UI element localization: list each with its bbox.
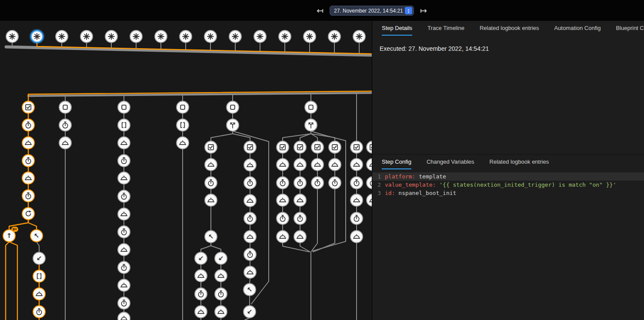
trace-node-service[interactable]	[276, 194, 289, 207]
trace-node-checkbox[interactable]	[276, 141, 289, 154]
trace-node-service[interactable]	[117, 172, 130, 185]
trace-node-service[interactable]	[214, 269, 227, 282]
tab-related-logbook-entries[interactable]: Related logbook entries	[480, 25, 539, 36]
trace-node-service[interactable]	[244, 266, 257, 279]
trace-node-arrow-down-left[interactable]: ↙	[194, 252, 207, 265]
trace-node-service[interactable]	[22, 172, 35, 185]
trace-node-timer[interactable]	[194, 287, 207, 300]
trace-node-timer[interactable]	[294, 176, 307, 189]
tab-trace-timeline[interactable]: Trace Timeline	[427, 25, 464, 36]
trace-node-timer[interactable]	[22, 119, 35, 132]
trace-node-arrow-down-left[interactable]: ↙	[243, 305, 256, 318]
trace-node-service[interactable]	[366, 158, 372, 171]
trigger-node[interactable]	[328, 30, 341, 43]
tab-config-related-logbook-entries[interactable]: Related logbook entries	[490, 158, 549, 169]
trace-node-service[interactable]	[311, 158, 324, 171]
trace-node-square[interactable]	[304, 101, 317, 114]
trace-node-service[interactable]	[117, 136, 130, 149]
trace-node-timer[interactable]	[22, 154, 35, 167]
trace-node-service[interactable]	[22, 136, 35, 149]
trace-node-service[interactable]	[117, 243, 130, 256]
trace-node-timer[interactable]	[204, 176, 217, 189]
trace-node-brackets[interactable]	[176, 119, 189, 132]
trace-node-split[interactable]	[226, 119, 239, 132]
trace-node-service[interactable]	[294, 230, 307, 243]
trace-node-timer[interactable]	[117, 154, 130, 167]
trace-node-brackets[interactable]	[117, 119, 130, 132]
trace-node-timer[interactable]	[244, 212, 257, 225]
trace-node-repeat[interactable]	[22, 207, 35, 220]
trace-node-checkbox[interactable]	[204, 141, 217, 154]
trace-node-timer[interactable]	[276, 176, 289, 189]
trace-node-service[interactable]	[194, 305, 207, 318]
trigger-node[interactable]	[154, 30, 167, 43]
trace-node-service[interactable]	[294, 194, 307, 207]
trigger-node[interactable]	[80, 30, 93, 43]
trace-node-service[interactable]	[276, 230, 289, 243]
trigger-node[interactable]	[303, 30, 316, 43]
tab-automation-config[interactable]: Automation Config	[554, 25, 601, 36]
trace-node-service[interactable]	[350, 158, 363, 171]
trace-node-timer[interactable]	[366, 176, 372, 189]
trace-node-checkbox[interactable]	[311, 141, 324, 154]
trace-node-service[interactable]	[350, 194, 363, 207]
run-selector[interactable]: 27. November 2022, 14:54:21 ▲ ▼	[330, 6, 414, 16]
trace-node-service[interactable]	[33, 287, 46, 300]
trigger-node[interactable]	[204, 30, 217, 43]
trigger-node[interactable]	[130, 30, 143, 43]
trace-node-service[interactable]	[276, 158, 289, 171]
trace-node-timer[interactable]	[311, 176, 324, 189]
trace-node-service[interactable]	[214, 305, 227, 318]
trace-node-service[interactable]	[244, 194, 257, 207]
trace-node-service[interactable]	[176, 136, 189, 149]
trace-node-split[interactable]	[304, 119, 317, 132]
trace-node-service[interactable]	[328, 158, 341, 171]
trace-node-arrow-up[interactable]: ↑9+	[3, 229, 16, 242]
trace-node-service[interactable]	[117, 312, 130, 320]
trigger-node[interactable]	[105, 30, 118, 43]
trace-node-square[interactable]	[117, 101, 130, 114]
trace-node-square[interactable]	[226, 101, 239, 114]
trace-node-timer[interactable]	[214, 287, 227, 300]
trace-node-service[interactable]	[366, 194, 372, 207]
trace-node-service[interactable]	[117, 208, 130, 221]
trace-node-timer[interactable]	[22, 189, 35, 202]
trace-node-timer[interactable]	[294, 212, 307, 225]
trace-node-service[interactable]	[59, 136, 72, 149]
trigger-node[interactable]	[353, 30, 366, 43]
previous-run-arrow-icon[interactable]: ↤	[314, 4, 326, 16]
trace-node-timer[interactable]	[350, 212, 363, 225]
trigger-node[interactable]	[254, 30, 267, 43]
trace-node-checkbox[interactable]	[244, 141, 257, 154]
trace-node-brackets[interactable]	[33, 270, 46, 283]
trigger-node[interactable]	[278, 30, 291, 43]
trace-node-timer[interactable]	[350, 176, 363, 189]
trigger-node[interactable]	[55, 30, 68, 43]
trace-node-checkbox[interactable]	[350, 141, 363, 154]
tab-blueprint-config[interactable]: Blueprint Config	[616, 25, 644, 36]
trace-node-checkbox[interactable]	[328, 141, 341, 154]
trace-node-timer[interactable]	[59, 119, 72, 132]
trace-node-checkbox[interactable]	[22, 101, 35, 114]
trace-node-square[interactable]	[176, 101, 189, 114]
trace-node-checkbox[interactable]	[294, 141, 307, 154]
trace-node-timer[interactable]	[117, 261, 130, 274]
trigger-node[interactable]	[6, 30, 19, 43]
trace-node-checkbox[interactable]	[366, 141, 372, 154]
trace-node-timer[interactable]	[117, 297, 130, 310]
trace-node-service[interactable]	[204, 194, 217, 207]
trace-node-service[interactable]	[244, 158, 257, 172]
trigger-node[interactable]	[179, 30, 192, 43]
trace-node-service[interactable]	[117, 279, 130, 292]
trace-node-arrow-up-left[interactable]: ↖	[30, 229, 43, 242]
tab-step-config[interactable]: Step Config	[382, 158, 411, 169]
trace-node-arrow-down-left[interactable]: ↙	[33, 252, 46, 265]
trigger-node[interactable]	[30, 30, 43, 43]
trace-node-timer[interactable]	[276, 212, 289, 225]
trace-node-arrow-up-left[interactable]: ↖	[204, 230, 217, 243]
trace-node-service[interactable]	[204, 158, 217, 171]
trace-node-service[interactable]	[294, 158, 307, 171]
trace-node-timer[interactable]	[244, 248, 257, 261]
tab-step-details[interactable]: Step Details	[382, 25, 412, 36]
trigger-node[interactable]	[229, 30, 242, 43]
